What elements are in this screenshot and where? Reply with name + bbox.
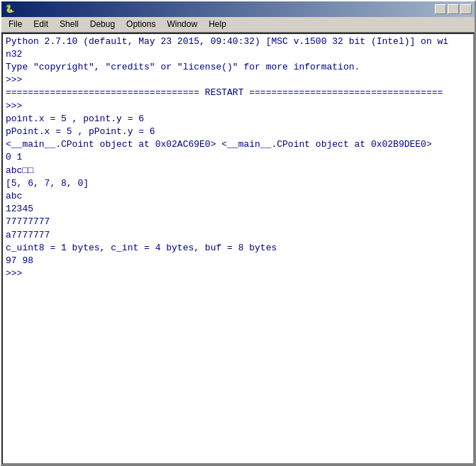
menu-help[interactable]: Help — [203, 18, 232, 30]
shell-line: [5, 6, 7, 8, 0] — [6, 177, 470, 190]
shell-line: Type "copyright", "credits" or "license(… — [6, 61, 470, 74]
shell-line: point.x = 5 , point.y = 6 — [6, 113, 470, 126]
menu-bar: File Edit Shell Debug Options Window Hel… — [1, 17, 475, 33]
shell-line: =================================== REST… — [6, 87, 470, 99]
main-window: 🐍 File Edit Shell Debug Options Window H… — [0, 0, 476, 466]
maximize-button[interactable] — [448, 4, 459, 14]
menu-edit[interactable]: Edit — [28, 18, 54, 30]
menu-file[interactable]: File — [3, 18, 28, 30]
menu-options[interactable]: Options — [121, 18, 161, 30]
minimize-button[interactable] — [435, 4, 446, 14]
shell-line: 0 1 — [6, 151, 470, 164]
shell-line: c_uint8 = 1 bytes, c_int = 4 bytes, buf … — [6, 242, 470, 255]
menu-window[interactable]: Window — [161, 18, 203, 30]
python-icon: 🐍 — [4, 4, 16, 15]
menu-shell[interactable]: Shell — [54, 18, 84, 30]
close-button[interactable] — [460, 4, 472, 14]
shell-line: 97 98 — [6, 255, 470, 267]
shell-line: abc□□ — [6, 165, 470, 177]
shell-line: n32 — [6, 48, 470, 61]
shell-line: >>> — [6, 267, 470, 280]
menu-debug[interactable]: Debug — [84, 18, 121, 30]
shell-line: <__main__.CPoint object at 0x02AC69E0> <… — [6, 138, 470, 151]
shell-line: 12345 — [6, 203, 470, 216]
shell-line: pPoint.x = 5 , pPoint.y = 6 — [6, 126, 470, 138]
shell-output[interactable]: Python 2.7.10 (default, May 23 2015, 09:… — [1, 33, 475, 465]
shell-line: 77777777 — [6, 216, 470, 228]
title-bar-left: 🐍 — [4, 4, 18, 15]
title-bar: 🐍 — [1, 1, 475, 17]
shell-line: >>> — [6, 100, 470, 113]
shell-line: abc — [6, 190, 470, 203]
shell-line: Python 2.7.10 (default, May 23 2015, 09:… — [6, 35, 470, 48]
shell-line: a7777777 — [6, 229, 470, 242]
window-controls — [435, 4, 472, 14]
shell-line: >>> — [6, 74, 470, 87]
